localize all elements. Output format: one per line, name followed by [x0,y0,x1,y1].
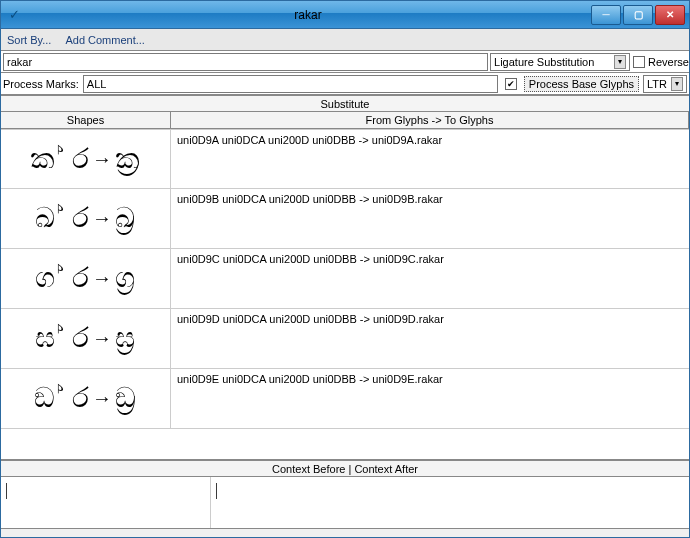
arrow-icon: → [92,207,113,230]
process-base-checkbox[interactable]: ✔ [505,78,517,90]
context-header: Context Before | Context After [1,460,689,477]
shape-src: ඞ ් ර [34,382,90,415]
column-headers: Shapes From Glyphs -> To Glyphs [1,112,689,129]
chevron-down-icon: ▾ [671,77,683,91]
shape-dst: ග්‍ර [115,262,136,295]
titlebar[interactable]: ✓ rakar ─ ▢ ✕ [1,1,689,29]
toolbar-row-2: Process Marks: ✔ Process Base Glyphs LTR… [1,73,689,95]
col-header-glyphs[interactable]: From Glyphs -> To Glyphs [171,112,689,128]
substitute-header: Substitute [1,95,689,112]
shape-src: ග ් ර [35,262,90,295]
shape-dst: ඛ්‍ර [115,202,136,235]
footer-space [1,529,689,537]
app-window: ✓ rakar ─ ▢ ✕ Sort By... Add Comment... … [0,0,690,538]
glyph-cell: uni0D9C uni0DCA uni200D uni0DBB -> uni0D… [171,249,689,308]
shape-src: ක ් ර [30,143,90,176]
glyph-cell: uni0D9B uni0DCA uni200D uni0DBB -> uni0D… [171,189,689,248]
direction-value: LTR [647,78,667,90]
direction-dropdown[interactable]: LTR ▾ [643,75,687,93]
process-marks-label: Process Marks: [3,78,79,90]
shape-src: ඛ ් ර [35,202,90,235]
shape-dst: ඞ්‍ර [115,382,137,415]
shape-dst: ඝ්‍ර [115,322,136,355]
context-body: | | [1,477,689,529]
arrow-icon: → [92,267,113,290]
close-button[interactable]: ✕ [655,5,685,25]
reverse-checkbox[interactable] [633,56,645,68]
col-header-shapes[interactable]: Shapes [1,112,171,128]
shape-cell: ඞ ් ර → ඞ්‍ර [1,369,171,428]
lookup-type-value: Ligature Substitution [494,56,594,68]
app-icon: ✓ [9,7,25,23]
window-controls: ─ ▢ ✕ [591,5,685,25]
shape-cell: ක ් ර → ක්‍ර [1,130,171,188]
glyph-cell: uni0D9E uni0DCA uni200D uni0DBB -> uni0D… [171,369,689,428]
process-marks-input[interactable] [83,75,498,93]
minimize-button[interactable]: ─ [591,5,621,25]
process-base-glyphs-button[interactable]: Process Base Glyphs [524,76,639,92]
menubar: Sort By... Add Comment... [1,29,689,51]
shape-cell: ග ් ර → ග්‍ර [1,249,171,308]
table-row[interactable]: ග ් ර → ග්‍ර uni0D9C uni0DCA uni200D uni… [1,249,689,309]
context-after-cell[interactable]: | [211,477,689,528]
shape-src: ඝ ් ර [35,322,90,355]
chevron-down-icon: ▾ [614,55,626,69]
shape-cell: ඝ ් ර → ඝ්‍ර [1,309,171,368]
table-row[interactable]: ඝ ් ර → ඝ්‍ර uni0D9D uni0DCA uni200D uni… [1,309,689,369]
maximize-button[interactable]: ▢ [623,5,653,25]
menu-sort-by[interactable]: Sort By... [7,34,51,46]
glyph-cell: uni0D9A uni0DCA uni200D uni0DBB -> uni0D… [171,130,689,188]
lookup-name-input[interactable] [3,53,488,71]
menu-add-comment[interactable]: Add Comment... [65,34,144,46]
shape-dst: ක්‍ර [115,143,141,176]
arrow-icon: → [92,148,113,171]
reverse-label: Reverse [648,56,689,68]
context-before-cell[interactable]: | [1,477,211,528]
table-row[interactable]: ක ් ර → ක්‍ර uni0D9A uni0DCA uni200D uni… [1,129,689,189]
shape-cell: ඛ ් ර → ඛ්‍ර [1,189,171,248]
table-row[interactable]: ඞ ් ර → ඞ්‍ර uni0D9E uni0DCA uni200D uni… [1,369,689,429]
window-title: rakar [25,8,591,22]
table-row[interactable]: ඛ ් ර → ඛ්‍ර uni0D9B uni0DCA uni200D uni… [1,189,689,249]
glyph-cell: uni0D9D uni0DCA uni200D uni0DBB -> uni0D… [171,309,689,368]
lookup-type-dropdown[interactable]: Ligature Substitution ▾ [490,53,630,71]
toolbar-row-1: Ligature Substitution ▾ Reverse [1,51,689,73]
substitution-table[interactable]: ක ් ර → ක්‍ර uni0D9A uni0DCA uni200D uni… [1,129,689,460]
arrow-icon: → [92,387,113,410]
arrow-icon: → [92,327,113,350]
